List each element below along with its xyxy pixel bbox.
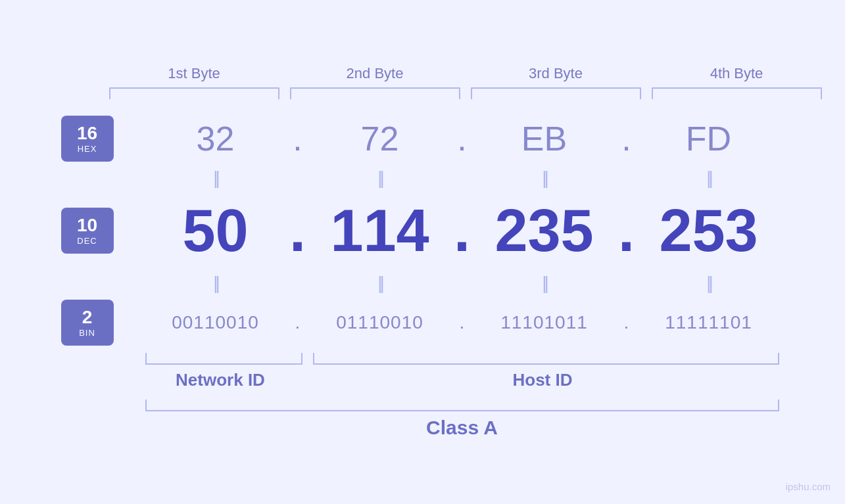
hex-byte1: 32 bbox=[147, 119, 285, 158]
class-label: Class A bbox=[140, 417, 785, 439]
network-id-bracket bbox=[145, 353, 302, 365]
hex-row: 32 . 72 . EB . FD bbox=[140, 112, 785, 165]
dec-row: 50 . 114 . 235 . 253 bbox=[140, 191, 785, 270]
hex-dot-3: . bbox=[614, 119, 640, 158]
bracket-byte3 bbox=[471, 87, 641, 99]
sep1-1: || bbox=[147, 168, 285, 189]
bottom-labels-area: Network ID Host ID Class A bbox=[140, 353, 785, 439]
bin-name: BIN bbox=[79, 328, 95, 338]
sep2-4: || bbox=[640, 273, 778, 294]
bracket-byte4 bbox=[652, 87, 822, 99]
bin-val-1: 00110010 bbox=[172, 312, 259, 333]
bin-dot-3: . bbox=[614, 312, 640, 333]
hex-dot-1: . bbox=[285, 119, 311, 158]
hex-label-slot: 16 HEX bbox=[61, 112, 140, 165]
main-container: 1st Byte 2nd Byte 3rd Byte 4th Byte 16 H… bbox=[61, 65, 785, 439]
hex-val-1: 32 bbox=[197, 119, 235, 158]
sep2-3: || bbox=[475, 273, 614, 294]
dec-dot-1: . bbox=[285, 197, 311, 265]
hex-byte2: 72 bbox=[311, 119, 449, 158]
bin-byte4: 11111101 bbox=[640, 312, 778, 333]
host-id-bracket bbox=[313, 353, 779, 365]
dec-val-1: 50 bbox=[182, 197, 248, 265]
bracket-byte1 bbox=[109, 87, 279, 99]
sep1-3: || bbox=[475, 168, 614, 189]
data-rows: 32 . 72 . EB . FD bbox=[140, 112, 785, 349]
bin-val-4: 11111101 bbox=[665, 312, 752, 333]
sep2-2: || bbox=[311, 273, 449, 294]
hex-name: HEX bbox=[78, 144, 97, 154]
bin-dot-2: . bbox=[449, 312, 475, 333]
top-brackets bbox=[104, 87, 827, 99]
network-id-label: Network ID bbox=[140, 370, 301, 390]
hex-val-4: FD bbox=[686, 119, 731, 158]
dec-dot-2: . bbox=[449, 197, 475, 265]
dec-number: 10 bbox=[77, 216, 97, 236]
base-labels-column: 16 HEX 10 DEC 2 BIN bbox=[61, 112, 140, 349]
class-bracket bbox=[145, 400, 779, 411]
dec-byte1: 50 bbox=[147, 197, 285, 265]
bin-badge: 2 BIN bbox=[61, 300, 114, 346]
separator-row-1: || || || || bbox=[140, 165, 785, 191]
hex-byte4: FD bbox=[640, 119, 778, 158]
bin-row: 00110010 . 01110010 . 11101011 . bbox=[140, 296, 785, 349]
bin-val-2: 01110010 bbox=[336, 312, 423, 333]
dec-name: DEC bbox=[77, 236, 97, 246]
hex-byte3: EB bbox=[475, 119, 614, 158]
byte4-header: 4th Byte bbox=[646, 65, 827, 82]
byte1-header: 1st Byte bbox=[104, 65, 285, 82]
hex-val-3: EB bbox=[521, 119, 567, 158]
hex-dot-2: . bbox=[449, 119, 475, 158]
bin-byte3: 11101011 bbox=[475, 312, 614, 333]
byte2-header: 2nd Byte bbox=[285, 65, 466, 82]
sep2-1: || bbox=[147, 273, 285, 294]
bottom-bracket-row bbox=[140, 353, 785, 365]
byte3-header: 3rd Byte bbox=[466, 65, 646, 82]
dec-byte3: 235 bbox=[475, 197, 614, 265]
dec-dot-3: . bbox=[614, 197, 640, 265]
bin-byte1: 00110010 bbox=[147, 312, 285, 333]
content-wrapper: 16 HEX 10 DEC 2 BIN bbox=[61, 112, 785, 349]
dec-label-slot: 10 DEC bbox=[61, 191, 140, 270]
sep1-2: || bbox=[311, 168, 449, 189]
host-id-label: Host ID bbox=[301, 370, 785, 390]
bracket-byte2 bbox=[290, 87, 460, 99]
dec-val-4: 253 bbox=[659, 197, 758, 265]
hex-badge: 16 HEX bbox=[61, 116, 114, 162]
hex-number: 16 bbox=[77, 124, 97, 144]
hex-val-2: 72 bbox=[361, 119, 399, 158]
bin-number: 2 bbox=[82, 308, 93, 328]
dec-byte2: 114 bbox=[311, 197, 449, 265]
dec-val-3: 235 bbox=[495, 197, 593, 265]
sep-slot-1 bbox=[61, 165, 140, 191]
byte-headers: 1st Byte 2nd Byte 3rd Byte 4th Byte bbox=[104, 65, 827, 82]
bin-dot-1: . bbox=[285, 312, 311, 333]
watermark: ipshu.com bbox=[786, 481, 831, 492]
bin-label-slot: 2 BIN bbox=[61, 296, 140, 349]
bottom-label-text-row: Network ID Host ID bbox=[140, 370, 785, 390]
bin-val-3: 11101011 bbox=[500, 312, 588, 333]
bin-byte2: 01110010 bbox=[311, 312, 449, 333]
separator-row-2: || || || || bbox=[140, 270, 785, 296]
bottom-section-wrapper: Network ID Host ID Class A bbox=[61, 353, 785, 439]
class-section: Class A bbox=[140, 400, 785, 439]
dec-byte4: 253 bbox=[640, 197, 778, 265]
dec-val-2: 114 bbox=[330, 197, 429, 265]
dec-badge: 10 DEC bbox=[61, 208, 114, 254]
sep1-4: || bbox=[640, 168, 778, 189]
sep-slot-2 bbox=[61, 270, 140, 296]
